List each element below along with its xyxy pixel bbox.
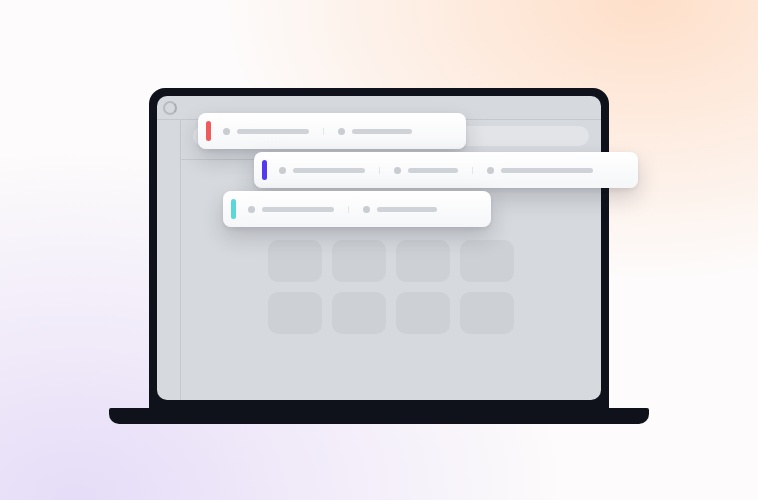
speed-dial-tile[interactable]: [268, 292, 322, 334]
tab-favicon-icon: [223, 128, 230, 135]
tab-favicon-icon: [338, 128, 345, 135]
tab-title-placeholder: [262, 207, 334, 212]
tab[interactable]: [379, 167, 472, 174]
tab-group-bar[interactable]: [254, 152, 638, 188]
tab-favicon-icon: [394, 167, 401, 174]
tab-group-color-handle: [262, 160, 267, 180]
tab-title-placeholder: [237, 129, 309, 134]
tab-group-color-handle: [231, 199, 236, 219]
tab-title-placeholder: [352, 129, 412, 134]
speed-dial-tile[interactable]: [332, 292, 386, 334]
tab[interactable]: [244, 206, 348, 213]
tab-title-placeholder: [377, 207, 437, 212]
tab-favicon-icon: [487, 167, 494, 174]
tab[interactable]: [323, 128, 426, 135]
tab-title-placeholder: [293, 168, 365, 173]
laptop-base: [109, 408, 649, 424]
speed-dial-tile[interactable]: [460, 292, 514, 334]
tab-favicon-icon: [248, 206, 255, 213]
tab[interactable]: [275, 167, 379, 174]
speed-dial-tile[interactable]: [396, 292, 450, 334]
tab-title-placeholder: [408, 168, 458, 173]
speed-dial-tile[interactable]: [268, 240, 322, 282]
speed-dial-tile[interactable]: [396, 240, 450, 282]
tab-favicon-icon: [363, 206, 370, 213]
tab-group-color-handle: [206, 121, 211, 141]
tab-group-bar[interactable]: [198, 113, 466, 149]
tab[interactable]: [472, 167, 607, 174]
browser-sidebar: [157, 120, 181, 400]
speed-dial-grid: [268, 240, 514, 334]
tab[interactable]: [219, 128, 323, 135]
tab-group-bar[interactable]: [223, 191, 491, 227]
opera-logo-icon: [163, 101, 177, 115]
speed-dial-tile[interactable]: [332, 240, 386, 282]
speed-dial-tile[interactable]: [460, 240, 514, 282]
tab-favicon-icon: [279, 167, 286, 174]
tab-title-placeholder: [501, 168, 593, 173]
tab[interactable]: [348, 206, 451, 213]
